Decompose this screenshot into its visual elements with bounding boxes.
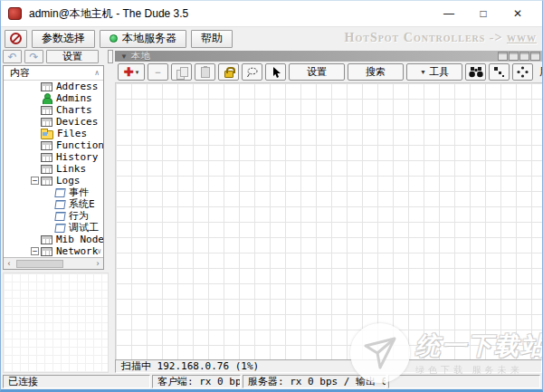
tree-item-label: Mib Node <box>56 234 103 245</box>
window-title: admin@本地主机 - The Dude 3.5 <box>29 6 188 22</box>
tree-item[interactable]: 行为 <box>4 210 103 222</box>
copy-button[interactable] <box>171 63 192 81</box>
tree-item-label: Devices <box>56 116 98 128</box>
tree-item[interactable]: History <box>4 151 103 163</box>
copy-icon <box>176 67 187 78</box>
tree-item[interactable]: Files <box>4 128 103 139</box>
lock-icon <box>224 71 233 78</box>
tree-item-icon <box>41 106 52 115</box>
server-traffic-status: 服务器: rx 0 bps / 输出 0 bps <box>243 375 386 388</box>
tree-item-label: Function <box>56 139 103 151</box>
tree-item[interactable]: Function <box>4 139 103 151</box>
spread-dots-icon <box>517 66 529 78</box>
tree-item-icon <box>41 82 52 91</box>
statusbar-spacer <box>388 375 540 388</box>
tree-expander-icon[interactable]: − <box>31 177 39 185</box>
local-server-button[interactable]: 本地服务器 <box>100 30 186 48</box>
tree-item[interactable]: − Logs <box>4 175 103 186</box>
tree-item[interactable]: Devices <box>4 116 103 128</box>
scan-status-text: 扫描中 192.168.0.76 (1%) <box>121 359 259 373</box>
tree-item-icon <box>41 118 52 127</box>
lasso-icon <box>246 67 259 78</box>
map-tab-label: 本地 <box>131 50 151 62</box>
plus-icon: ✚ <box>124 67 134 78</box>
client-traffic-status: 客户端: rx 0 bp... <box>152 375 241 388</box>
zoom-fit-button[interactable] <box>489 63 510 81</box>
layout-spread-button[interactable] <box>512 63 533 81</box>
redo-button[interactable]: ↷ <box>24 50 43 63</box>
tree-horizontal-scrollbar[interactable]: ‹ › <box>4 257 103 269</box>
minimize-button[interactable]: — <box>432 3 466 24</box>
tree-item[interactable]: Mib Node <box>4 234 103 245</box>
tree-item-icon <box>41 141 52 150</box>
find-button[interactable] <box>465 63 486 81</box>
undo-button[interactable]: ↶ <box>3 50 22 63</box>
connection-status: 已连接 <box>3 375 150 388</box>
lower-left-pane[interactable] <box>3 272 109 373</box>
select-tool-button[interactable] <box>265 63 286 81</box>
tree-item-icon <box>41 247 52 256</box>
tree-item-label: Links <box>56 163 86 175</box>
contents-pane: 内容 ∧ Address Admins Charts <box>3 65 104 270</box>
layer-label: 层: <box>539 65 542 79</box>
contents-header-label: 内容 <box>10 66 30 80</box>
scrollbar-thumb[interactable] <box>16 260 63 268</box>
tree-item-label: 行为 <box>69 210 89 222</box>
mdi-window-icon[interactable] <box>519 52 529 61</box>
map-canvas[interactable] <box>115 83 542 359</box>
tree-item-label: Network <box>56 245 98 257</box>
tree-item-label: 系统E <box>69 198 95 210</box>
brand-link: www <box>507 31 537 44</box>
chevron-down-icon: ▾ <box>136 69 139 76</box>
tools-label: 工具 <box>429 65 449 79</box>
paste-button[interactable] <box>195 63 215 81</box>
brand-text: HotSpot Controllers -> <box>345 31 503 44</box>
maximize-button[interactable]: □ <box>466 3 500 24</box>
tree-item[interactable]: − Network <box>4 245 103 257</box>
tree-item[interactable]: Links <box>4 163 103 175</box>
scroll-up-icon[interactable]: ∧ <box>94 69 100 77</box>
caption-collapse-icon[interactable]: ▼ <box>120 53 128 61</box>
contents-header: 内容 ∧ <box>4 66 103 81</box>
tree-item[interactable]: Address <box>4 81 103 92</box>
lock-button[interactable] <box>218 63 239 81</box>
remove-button[interactable]: − <box>148 63 168 81</box>
tree-item-label: Charts <box>56 104 92 116</box>
tree-item-icon <box>54 188 65 197</box>
search-button[interactable]: 搜索 <box>348 63 404 81</box>
map-settings-button[interactable]: 设置 <box>289 63 345 81</box>
tools-dropdown-button[interactable]: ▼ 工具 <box>406 63 462 81</box>
tree-item-label: Address <box>56 81 98 92</box>
tree-expander-icon[interactable]: − <box>31 247 39 255</box>
disconnect-button[interactable] <box>5 30 27 48</box>
mdi-window-icon[interactable] <box>509 52 519 61</box>
tree-item-icon <box>54 200 65 209</box>
close-button[interactable]: ✕ <box>500 3 535 24</box>
clipped-button[interactable] <box>108 50 113 63</box>
lasso-tool-button[interactable] <box>242 63 262 81</box>
scroll-right-icon[interactable]: › <box>92 259 103 268</box>
help-button[interactable]: 帮助 <box>191 30 233 48</box>
tree-item-label: Files <box>57 128 87 139</box>
preferences-button[interactable]: 参数选择 <box>32 30 95 48</box>
tree-item[interactable]: 事件 <box>4 186 103 198</box>
statusbar: 已连接 客户端: rx 0 bp... 服务器: rx 0 bps / 输出 0… <box>1 373 542 390</box>
add-device-button[interactable]: ✚ ▾ <box>118 63 145 81</box>
scroll-down-icon[interactable]: ∨ <box>97 247 101 255</box>
map-pane: ▼ 本地 ✚ ▾ − <box>115 51 542 373</box>
mdi-window-icon[interactable] <box>530 52 540 61</box>
tree-item[interactable]: Admins <box>4 92 103 104</box>
mdi-window-icon[interactable] <box>498 52 508 61</box>
tree-item-icon <box>41 93 52 103</box>
app-icon <box>8 7 22 20</box>
map-caption-bar[interactable]: ▼ 本地 <box>115 51 542 62</box>
tree-item-icon <box>41 153 52 162</box>
titlebar: admin@本地主机 - The Dude 3.5 — □ ✕ <box>1 1 542 26</box>
tree-item[interactable]: Charts <box>4 104 103 116</box>
tree-item[interactable]: 系统E <box>4 198 103 210</box>
binoculars-icon <box>468 66 484 78</box>
scroll-left-icon[interactable]: ‹ <box>4 259 14 268</box>
tree-item[interactable]: 调试工 <box>4 222 103 234</box>
main-toolbar: 参数选择 本地服务器 帮助 HotSpot Controllers -> www <box>1 26 542 50</box>
settings-button[interactable]: 设置 <box>46 50 99 63</box>
